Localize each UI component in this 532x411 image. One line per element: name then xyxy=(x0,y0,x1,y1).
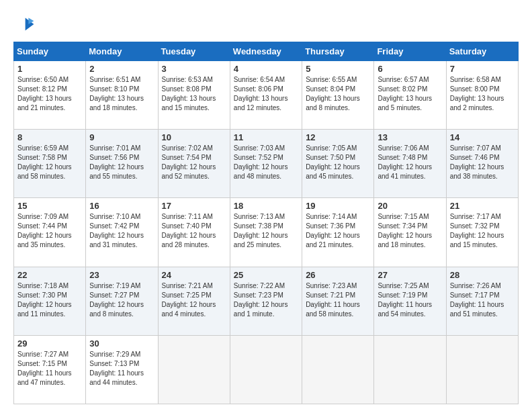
day-info: Sunrise: 7:03 AMSunset: 7:52 PMDaylight:… xyxy=(234,144,288,180)
day-cell-23: 23 Sunrise: 7:19 AMSunset: 7:27 PMDaylig… xyxy=(86,267,158,335)
day-info: Sunrise: 7:01 AMSunset: 7:56 PMDaylight:… xyxy=(89,144,144,180)
day-cell-24: 24 Sunrise: 7:21 AMSunset: 7:25 PMDaylig… xyxy=(158,267,230,335)
day-number: 8 xyxy=(17,132,82,142)
day-cell-9: 9 Sunrise: 7:01 AMSunset: 7:56 PMDayligh… xyxy=(86,130,158,198)
day-cell-2: 2 Sunrise: 6:51 AMSunset: 8:10 PMDayligh… xyxy=(86,61,158,130)
day-number: 19 xyxy=(306,201,370,211)
day-cell-8: 8 Sunrise: 6:59 AMSunset: 7:58 PMDayligh… xyxy=(14,130,86,198)
day-cell-18: 18 Sunrise: 7:13 AMSunset: 7:38 PMDaylig… xyxy=(230,198,302,267)
day-number: 1 xyxy=(17,64,82,74)
day-cell-11: 11 Sunrise: 7:03 AMSunset: 7:52 PMDaylig… xyxy=(230,130,302,198)
day-cell-1: 1 Sunrise: 6:50 AMSunset: 8:12 PMDayligh… xyxy=(14,61,86,130)
week-row-3: 15 Sunrise: 7:09 AMSunset: 7:44 PMDaylig… xyxy=(14,198,519,267)
day-number: 13 xyxy=(378,132,442,142)
day-cell-15: 15 Sunrise: 7:09 AMSunset: 7:44 PMDaylig… xyxy=(14,198,86,267)
day-cell-12: 12 Sunrise: 7:05 AMSunset: 7:50 PMDaylig… xyxy=(302,130,374,198)
day-info: Sunrise: 7:29 AMSunset: 7:13 PMDaylight:… xyxy=(89,351,144,386)
day-info: Sunrise: 7:18 AMSunset: 7:30 PMDaylight:… xyxy=(17,282,72,318)
day-info: Sunrise: 7:02 AMSunset: 7:54 PMDaylight:… xyxy=(162,144,216,180)
day-info: Sunrise: 7:21 AMSunset: 7:25 PMDaylight:… xyxy=(162,282,216,318)
day-info: Sunrise: 7:26 AMSunset: 7:17 PMDaylight:… xyxy=(450,282,504,318)
page: SundayMondayTuesdayWednesdayThursdayFrid… xyxy=(0,0,532,411)
day-cell-17: 17 Sunrise: 7:11 AMSunset: 7:40 PMDaylig… xyxy=(158,198,230,267)
weekday-friday: Friday xyxy=(374,42,446,61)
day-number: 16 xyxy=(89,201,154,211)
day-cell-21: 21 Sunrise: 7:17 AMSunset: 7:32 PMDaylig… xyxy=(446,198,518,267)
day-cell-27: 27 Sunrise: 7:25 AMSunset: 7:19 PMDaylig… xyxy=(374,267,446,335)
week-row-1: 1 Sunrise: 6:50 AMSunset: 8:12 PMDayligh… xyxy=(14,61,519,130)
day-number: 5 xyxy=(306,64,370,74)
day-cell-5: 5 Sunrise: 6:55 AMSunset: 8:04 PMDayligh… xyxy=(302,61,374,130)
empty-cell xyxy=(158,335,230,404)
day-cell-16: 16 Sunrise: 7:10 AMSunset: 7:42 PMDaylig… xyxy=(86,198,158,267)
day-number: 18 xyxy=(234,201,298,211)
day-info: Sunrise: 6:51 AMSunset: 8:10 PMDaylight:… xyxy=(89,76,144,111)
day-number: 25 xyxy=(234,270,298,280)
empty-cell xyxy=(302,335,374,404)
day-info: Sunrise: 6:58 AMSunset: 8:00 PMDaylight:… xyxy=(450,76,504,111)
day-cell-10: 10 Sunrise: 7:02 AMSunset: 7:54 PMDaylig… xyxy=(158,130,230,198)
day-info: Sunrise: 7:27 AMSunset: 7:15 PMDaylight:… xyxy=(17,351,72,386)
day-info: Sunrise: 7:05 AMSunset: 7:50 PMDaylight:… xyxy=(306,144,360,180)
day-info: Sunrise: 6:57 AMSunset: 8:02 PMDaylight:… xyxy=(378,76,432,111)
day-number: 28 xyxy=(450,270,515,280)
day-cell-25: 25 Sunrise: 7:22 AMSunset: 7:23 PMDaylig… xyxy=(230,267,302,335)
day-info: Sunrise: 7:09 AMSunset: 7:44 PMDaylight:… xyxy=(17,213,72,248)
weekday-sunday: Sunday xyxy=(14,42,86,61)
day-number: 2 xyxy=(89,64,154,74)
calendar-table: SundayMondayTuesdayWednesdayThursdayFrid… xyxy=(13,42,519,404)
day-info: Sunrise: 6:54 AMSunset: 8:06 PMDaylight:… xyxy=(234,76,288,111)
day-number: 29 xyxy=(17,338,82,349)
day-info: Sunrise: 7:06 AMSunset: 7:48 PMDaylight:… xyxy=(378,144,432,180)
day-number: 24 xyxy=(162,270,226,280)
empty-cell xyxy=(374,335,446,404)
day-number: 15 xyxy=(17,201,82,211)
week-row-5: 29 Sunrise: 7:27 AMSunset: 7:15 PMDaylig… xyxy=(14,335,519,404)
day-cell-30: 30 Sunrise: 7:29 AMSunset: 7:13 PMDaylig… xyxy=(86,335,158,404)
day-cell-28: 28 Sunrise: 7:26 AMSunset: 7:17 PMDaylig… xyxy=(446,267,518,335)
day-number: 4 xyxy=(234,64,298,74)
day-info: Sunrise: 7:22 AMSunset: 7:23 PMDaylight:… xyxy=(234,282,288,318)
day-number: 7 xyxy=(450,64,515,74)
day-number: 23 xyxy=(89,270,154,280)
day-info: Sunrise: 7:07 AMSunset: 7:46 PMDaylight:… xyxy=(450,144,504,180)
day-number: 20 xyxy=(378,201,442,211)
weekday-tuesday: Tuesday xyxy=(158,42,230,61)
day-info: Sunrise: 6:50 AMSunset: 8:12 PMDaylight:… xyxy=(17,76,72,111)
weekday-saturday: Saturday xyxy=(446,42,518,61)
day-number: 30 xyxy=(89,338,154,349)
day-info: Sunrise: 7:10 AMSunset: 7:42 PMDaylight:… xyxy=(89,213,144,248)
day-info: Sunrise: 6:53 AMSunset: 8:08 PMDaylight:… xyxy=(162,76,216,111)
day-cell-26: 26 Sunrise: 7:23 AMSunset: 7:21 PMDaylig… xyxy=(302,267,374,335)
day-info: Sunrise: 7:15 AMSunset: 7:34 PMDaylight:… xyxy=(378,213,432,248)
day-cell-7: 7 Sunrise: 6:58 AMSunset: 8:00 PMDayligh… xyxy=(446,61,518,130)
day-info: Sunrise: 7:19 AMSunset: 7:27 PMDaylight:… xyxy=(89,282,144,318)
day-number: 3 xyxy=(162,64,226,74)
weekday-monday: Monday xyxy=(86,42,158,61)
day-info: Sunrise: 7:25 AMSunset: 7:19 PMDaylight:… xyxy=(378,282,432,318)
day-info: Sunrise: 7:23 AMSunset: 7:21 PMDaylight:… xyxy=(306,282,360,318)
day-number: 27 xyxy=(378,270,442,280)
weekday-thursday: Thursday xyxy=(302,42,374,61)
day-number: 11 xyxy=(234,132,298,142)
day-cell-6: 6 Sunrise: 6:57 AMSunset: 8:02 PMDayligh… xyxy=(374,61,446,130)
empty-cell xyxy=(446,335,518,404)
day-number: 10 xyxy=(162,132,226,142)
day-info: Sunrise: 7:17 AMSunset: 7:32 PMDaylight:… xyxy=(450,213,504,248)
day-cell-4: 4 Sunrise: 6:54 AMSunset: 8:06 PMDayligh… xyxy=(230,61,302,130)
day-cell-14: 14 Sunrise: 7:07 AMSunset: 7:46 PMDaylig… xyxy=(446,130,518,198)
day-number: 21 xyxy=(450,201,515,211)
header xyxy=(13,13,519,35)
day-cell-20: 20 Sunrise: 7:15 AMSunset: 7:34 PMDaylig… xyxy=(374,198,446,267)
day-info: Sunrise: 7:14 AMSunset: 7:36 PMDaylight:… xyxy=(306,213,360,248)
day-info: Sunrise: 7:13 AMSunset: 7:38 PMDaylight:… xyxy=(234,213,288,248)
day-info: Sunrise: 6:55 AMSunset: 8:04 PMDaylight:… xyxy=(306,76,360,111)
day-number: 6 xyxy=(378,64,442,74)
logo xyxy=(13,13,38,35)
day-cell-13: 13 Sunrise: 7:06 AMSunset: 7:48 PMDaylig… xyxy=(374,130,446,198)
day-number: 26 xyxy=(306,270,370,280)
day-number: 22 xyxy=(17,270,82,280)
logo-icon xyxy=(13,13,35,35)
day-info: Sunrise: 7:11 AMSunset: 7:40 PMDaylight:… xyxy=(162,213,216,248)
day-number: 9 xyxy=(89,132,154,142)
